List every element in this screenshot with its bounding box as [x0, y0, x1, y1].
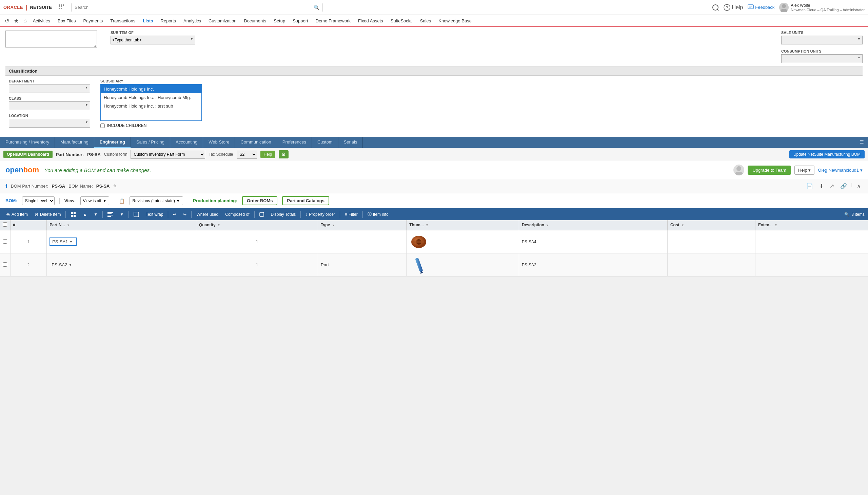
subsidiary-option-3[interactable]: Honeycomb Holdings Inc. : test sub: [101, 102, 201, 110]
menu-activities[interactable]: Activities: [30, 16, 54, 26]
gear-button[interactable]: ⚙: [279, 150, 288, 158]
move-down-button[interactable]: ▼: [91, 211, 100, 218]
menu-customization[interactable]: Customization: [205, 16, 240, 26]
class-select[interactable]: [9, 101, 90, 110]
composed-of-button[interactable]: Composed of: [223, 211, 252, 218]
select-all-checkbox[interactable]: [3, 222, 7, 227]
menu-transactions[interactable]: Transactions: [107, 16, 139, 26]
col-thumbnail[interactable]: Thum... ⊻: [407, 220, 519, 230]
menu-suitesocial[interactable]: SuiteSocial: [387, 16, 416, 26]
col-part-number[interactable]: Part N... ⊻: [47, 220, 196, 230]
help-button-form[interactable]: Help: [260, 151, 276, 158]
consumption-units-select[interactable]: [781, 54, 863, 63]
display-totals-checkbox-btn[interactable]: [257, 211, 267, 218]
bom-edit-icon[interactable]: ✎: [113, 184, 117, 189]
search-button[interactable]: 🔍: [314, 5, 319, 10]
subsidiary-dropdown[interactable]: Honeycomb Holdings Inc. Honeycomb Holdin…: [100, 84, 202, 121]
bom-link-icon[interactable]: 🔗: [838, 182, 849, 190]
menu-support[interactable]: Support: [289, 16, 312, 26]
banner-user-button[interactable]: Oleg Newmancloud1 ▾: [818, 168, 863, 173]
tab-custom[interactable]: Custom: [312, 137, 338, 148]
add-item-button[interactable]: ⊕ Add Item: [3, 210, 31, 219]
revisions-button[interactable]: Revisions (Latest state) ▼: [129, 197, 183, 205]
row1-dropdown-arrow[interactable]: ▼: [69, 240, 73, 244]
tab-sales-pricing[interactable]: Sales / Pricing: [131, 137, 170, 148]
bom-share-icon[interactable]: ↗: [828, 182, 836, 190]
align-button[interactable]: [105, 211, 116, 218]
openbom-dashboard-button[interactable]: OpenBOM Dashboard: [3, 151, 53, 158]
where-used-button[interactable]: Where used: [194, 211, 221, 218]
banner-help-button[interactable]: Help ▾: [794, 166, 814, 175]
delete-item-button[interactable]: ⊖ Delete Item: [32, 210, 64, 219]
tab-preferences[interactable]: Preferences: [277, 137, 312, 148]
display-totals-button[interactable]: Display Totals: [268, 211, 299, 218]
location-select[interactable]: [9, 119, 90, 127]
menu-documents[interactable]: Documents: [241, 16, 269, 26]
text-wrap-button[interactable]: Text wrap: [143, 211, 166, 218]
subsidiary-option-2[interactable]: Honeycomb Holdings Inc. : Honeycomb Mfg.: [101, 93, 201, 102]
col-cost[interactable]: Cost ⊻: [667, 220, 755, 230]
col-type[interactable]: Type ⊻: [318, 220, 407, 230]
department-select[interactable]: [9, 84, 90, 93]
align-options-button[interactable]: ▼: [117, 211, 126, 218]
menu-demo-framework[interactable]: Demo Framework: [312, 16, 354, 26]
bom-type-select[interactable]: Single Level: [22, 197, 55, 205]
tab-accounting[interactable]: Accounting: [170, 137, 203, 148]
menu-knowledge-base[interactable]: Knowledge Base: [435, 16, 475, 26]
redo-button[interactable]: ↪: [180, 211, 189, 218]
home-icon[interactable]: ↺: [3, 16, 11, 25]
bom-collapse-icon[interactable]: ∧: [855, 182, 863, 190]
house-icon[interactable]: ⌂: [21, 16, 29, 25]
sale-units-select[interactable]: [781, 36, 863, 45]
search-input[interactable]: [75, 5, 314, 10]
menu-reports[interactable]: Reports: [157, 16, 180, 26]
tab-web-store[interactable]: Web Store: [203, 137, 235, 148]
upgrade-to-team-button[interactable]: Upgrade to Team: [748, 166, 791, 175]
sort-description-icon: ⊻: [546, 224, 549, 227]
tab-engineering[interactable]: Engineering: [94, 137, 131, 148]
update-bom-button[interactable]: Update NetSuite Manufacturing BOM: [789, 150, 865, 158]
tax-schedule-select[interactable]: S2: [237, 150, 257, 159]
part-catalogs-button[interactable]: Part and Catalogs: [282, 196, 329, 205]
filter-button[interactable]: ≡ Filter: [342, 211, 360, 218]
order-boms-button[interactable]: Order BOMs: [242, 196, 278, 205]
move-up-button[interactable]: ▲: [80, 211, 89, 218]
tab-purchasing-inventory[interactable]: Purchasing / Inventory: [0, 137, 55, 148]
custom-form-select[interactable]: Custom Inventory Part Form: [130, 150, 205, 159]
grid-toggle-button[interactable]: [68, 210, 79, 219]
description-field[interactable]: [5, 31, 97, 48]
subitem-select[interactable]: <Type then tab>: [110, 36, 195, 45]
menu-analytics[interactable]: Analytics: [180, 16, 205, 26]
menu-fixed-assets[interactable]: Fixed Assets: [355, 16, 387, 26]
tab-communication[interactable]: Communication: [235, 137, 277, 148]
menu-sales[interactable]: Sales: [417, 16, 435, 26]
row2-dropdown-arrow[interactable]: ▼: [69, 263, 72, 267]
row1-checkbox[interactable]: [3, 239, 7, 244]
view-toggle-button[interactable]: View is off ▼: [81, 197, 109, 205]
col-description[interactable]: Description ⊻: [519, 220, 668, 230]
undo-button[interactable]: ↩: [170, 211, 179, 218]
col-extended[interactable]: Exten... ⊻: [756, 220, 868, 230]
property-order-button[interactable]: ↕ Property order: [303, 211, 338, 218]
help-button[interactable]: ? Help: [724, 4, 743, 11]
menu-payments[interactable]: Payments: [80, 16, 106, 26]
bom-doc-icon[interactable]: 📄: [804, 182, 815, 190]
row2-part-number-box[interactable]: PS-SA2 ▼: [50, 261, 77, 268]
menu-box-files[interactable]: Box Files: [54, 16, 79, 26]
menu-lists[interactable]: Lists: [139, 16, 156, 26]
col-quantity[interactable]: Quantity ⊻: [196, 220, 318, 230]
menu-setup[interactable]: Setup: [270, 16, 288, 26]
subsidiary-option-1[interactable]: Honeycomb Holdings Inc.: [101, 85, 201, 93]
feedback-button[interactable]: Feedback: [748, 4, 775, 11]
bom-download-icon[interactable]: ⬇: [817, 182, 825, 190]
tab-serials[interactable]: Serials: [338, 137, 363, 148]
global-search-icon[interactable]: [712, 4, 719, 11]
text-wrap-toggle[interactable]: [131, 210, 142, 219]
tab-expand-icon[interactable]: ☰: [856, 137, 868, 148]
row2-checkbox[interactable]: [3, 262, 7, 267]
include-children-checkbox[interactable]: [100, 123, 105, 128]
star-icon[interactable]: ★: [12, 16, 21, 25]
row1-part-number-box[interactable]: PS-SA1 ▼: [50, 238, 77, 246]
tab-manufacturing[interactable]: Manufacturing: [55, 137, 94, 148]
item-info-button[interactable]: ⓘ Item info: [365, 210, 391, 219]
